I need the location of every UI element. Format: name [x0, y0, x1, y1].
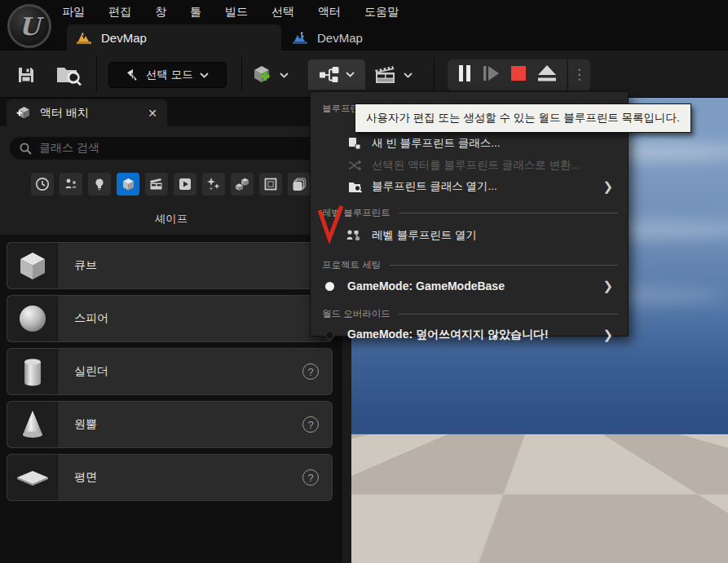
- eject-icon: [537, 64, 557, 82]
- pause-button[interactable]: [457, 64, 472, 86]
- menu-item-label: 새 빈 블루프린트 클래스...: [372, 136, 501, 151]
- section-header-line: [389, 265, 618, 266]
- cube-icon: [121, 177, 136, 192]
- selected-category-label: 셰이프: [0, 212, 342, 227]
- frame-skip-icon: [483, 64, 501, 82]
- list-item-cube[interactable]: 큐브: [7, 242, 333, 289]
- submenu-arrow-icon: ❯: [602, 179, 613, 194]
- menu-build[interactable]: 빌드: [225, 5, 248, 20]
- frame-skip-button[interactable]: [483, 64, 501, 86]
- section-header-label: 프로젝트 세팅: [322, 259, 381, 271]
- save-button[interactable]: [13, 62, 39, 88]
- playback-more-options-button[interactable]: ⋮: [567, 59, 590, 90]
- category-shapes-selected[interactable]: [117, 173, 139, 196]
- menu-help[interactable]: 도움말: [364, 5, 399, 20]
- place-actors-tab[interactable]: 액터 배치 ✕: [7, 99, 167, 126]
- category-geometry[interactable]: [231, 173, 254, 196]
- blueprints-dropdown-open[interactable]: [308, 59, 365, 90]
- list-item-plane[interactable]: 평면 ?: [7, 454, 333, 501]
- cylinder-shape-icon: [15, 354, 50, 389]
- category-lights[interactable]: [88, 173, 111, 196]
- cylinder-thumbnail: [7, 349, 58, 394]
- stop-button[interactable]: [510, 65, 527, 85]
- menu-edit[interactable]: 편집: [108, 5, 131, 20]
- cube-shape-icon: [15, 249, 50, 283]
- category-basic[interactable]: [60, 173, 82, 196]
- menu-section-project-settings: 프로젝트 세팅: [311, 256, 628, 274]
- category-all-classes[interactable]: [288, 173, 311, 196]
- menu-select[interactable]: 선택: [271, 5, 294, 20]
- dark-bullet-icon: [325, 331, 334, 340]
- list-item-label: 실린더: [74, 364, 302, 379]
- cinematics-dropdown[interactable]: [373, 62, 413, 88]
- menu-item-gamemode-project[interactable]: GameMode: GameModeBase ❯: [311, 274, 628, 298]
- chevron-down-icon: [200, 73, 209, 78]
- red-check-annotation: [315, 201, 349, 244]
- menu-item-open-blueprint-class[interactable]: 블루프린트 클래스 열기... ❯: [311, 176, 628, 197]
- select-cursor-icon: [126, 68, 139, 81]
- tab-devmap-active[interactable]: DevMap: [67, 24, 281, 51]
- list-item-label: 스피어: [74, 311, 332, 326]
- submenu-arrow-icon: ❯: [602, 328, 613, 342]
- category-recently-placed[interactable]: [31, 173, 54, 196]
- clock-icon: [35, 177, 50, 191]
- viewport-floor: [351, 434, 728, 563]
- white-bullet-icon: [325, 282, 334, 291]
- level-asset-orange-icon: [77, 32, 91, 44]
- menu-file[interactable]: 파일: [62, 5, 85, 20]
- cube-thumbnail: [7, 243, 58, 288]
- category-media[interactable]: [174, 173, 196, 196]
- menu-item-new-blueprint-class[interactable]: 새 빈 블루프린트 클래스...: [311, 132, 628, 155]
- playback-controls: [448, 59, 567, 90]
- menu-item-open-level-blueprint[interactable]: 레벨 블루프린트 열기: [311, 222, 628, 249]
- menu-tools[interactable]: 툴: [190, 5, 201, 20]
- eject-button[interactable]: [537, 64, 557, 86]
- category-cinematic[interactable]: [145, 173, 168, 196]
- category-volumes[interactable]: [259, 173, 282, 196]
- chevron-down-icon: [280, 73, 289, 78]
- lightbulb-icon: [92, 177, 107, 191]
- search-icon: [20, 143, 32, 155]
- floor-fog: [351, 434, 728, 472]
- cone-shape-icon: [15, 407, 50, 442]
- clapperboard-icon: [149, 178, 164, 191]
- sphere-shape-icon: [15, 301, 50, 336]
- unreal-logo[interactable]: U: [7, 4, 51, 48]
- menu-item-convert-selection[interactable]: 선택된 액터를 블루프린트 클래스로 변환...: [311, 155, 628, 176]
- select-mode-dropdown[interactable]: 선택 모드: [108, 62, 227, 88]
- search-placeholder: 클래스 검색: [39, 141, 99, 156]
- unreal-logo-letter: U: [19, 12, 40, 41]
- chevron-down-icon: [404, 73, 413, 78]
- list-item-cylinder[interactable]: 실린더 ?: [7, 348, 333, 395]
- browse-content-button[interactable]: [52, 62, 85, 88]
- help-icon[interactable]: ?: [302, 469, 319, 486]
- list-item-sphere[interactable]: 스피어: [7, 295, 333, 342]
- category-visual-effects[interactable]: [202, 173, 225, 196]
- tooltip-text: 사용자가 편집 또는 생성할 수 있는 월드 블루프린트 목록입니다.: [366, 111, 680, 125]
- geometry-icon: [235, 177, 249, 191]
- menu-item-gamemode-override[interactable]: GameMode: 덮어쓰여지지 않았습니다! ❯: [311, 323, 628, 347]
- level-asset-blue-icon: [293, 32, 307, 44]
- pause-icon: [457, 64, 472, 82]
- menu-section-level-blueprint: 레벨 블루프린트: [311, 204, 628, 222]
- menu-item-label: GameMode: GameModeBase: [347, 279, 505, 292]
- save-icon: [16, 65, 36, 85]
- menu-window[interactable]: 창: [155, 5, 166, 20]
- convert-actor-icon: [346, 160, 363, 171]
- menu-actor[interactable]: 액터: [318, 5, 341, 20]
- help-icon[interactable]: ?: [302, 416, 319, 433]
- blueprints-tooltip: 사용자가 편집 또는 생성할 수 있는 월드 블루프린트 목록입니다.: [355, 103, 691, 133]
- menu-item-label: 선택된 액터를 블루프린트 클래스로 변환...: [372, 158, 580, 173]
- list-item-label: 평면: [74, 470, 302, 485]
- list-item-cone[interactable]: 원뿔 ?: [7, 401, 333, 448]
- class-search-input[interactable]: 클래스 검색: [10, 137, 333, 160]
- toolbar-separator: [434, 57, 435, 91]
- close-icon[interactable]: ✕: [148, 107, 157, 120]
- tab-devmap-inactive[interactable]: DevMap: [281, 24, 428, 51]
- toolbar-separator: [241, 57, 242, 91]
- add-actor-dropdown[interactable]: [251, 62, 289, 88]
- help-icon[interactable]: ?: [302, 363, 319, 380]
- menu-item-label: 블루프린트 클래스 열기...: [372, 179, 497, 194]
- category-bar: [31, 173, 311, 196]
- open-blueprint-icon: [346, 181, 363, 193]
